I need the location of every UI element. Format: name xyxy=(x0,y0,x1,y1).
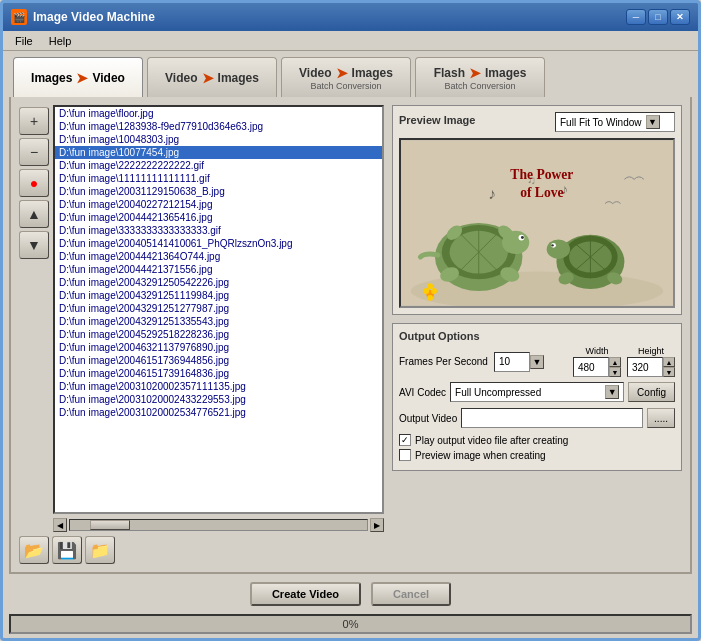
create-video-button[interactable]: Create Video xyxy=(250,582,361,606)
file-list-item[interactable]: D:\fun image\3333333333333333.gif xyxy=(55,224,382,237)
menu-help[interactable]: Help xyxy=(41,33,80,49)
tab-flash-batch[interactable]: Flash ➤ Images Batch Conversion xyxy=(415,57,545,97)
tab-video-to-images[interactable]: Video ➤ Images xyxy=(147,57,277,97)
fit-dropdown-arrow[interactable]: ▼ xyxy=(646,115,660,129)
play-output-checkbox[interactable]: ✓ xyxy=(399,434,411,446)
config-button[interactable]: Config xyxy=(628,382,675,402)
svg-text:♪: ♪ xyxy=(488,185,496,202)
width-down-btn[interactable]: ▼ xyxy=(609,367,621,377)
folder-open-button[interactable]: 📂 xyxy=(19,536,49,564)
scroll-thumb[interactable] xyxy=(90,520,130,530)
width-input[interactable] xyxy=(573,357,609,377)
record-button[interactable]: ● xyxy=(19,169,49,197)
file-list-item[interactable]: D:\fun image\20046321137976890.jpg xyxy=(55,341,382,354)
file-list-item[interactable]: D:\fun image\floor.jpg xyxy=(55,107,382,120)
cancel-button[interactable]: Cancel xyxy=(371,582,451,606)
tab-video-batch-label: Video ➤ Images xyxy=(299,65,393,81)
file-list-item[interactable]: D:\fun image\200405141410061_PhQRlzsznOn… xyxy=(55,237,382,250)
maximize-button[interactable]: □ xyxy=(648,9,668,25)
file-list-item[interactable]: D:\fun image\20044421371556.jpg xyxy=(55,263,382,276)
move-up-button[interactable]: ▲ xyxy=(19,200,49,228)
tab-fb-images-label: Images xyxy=(485,66,526,80)
fps-input[interactable] xyxy=(494,352,530,372)
scroll-left-btn[interactable]: ◀ xyxy=(53,518,67,532)
file-list-item[interactable]: D:\fun image\20043291251335543.jpg xyxy=(55,315,382,328)
add-button[interactable]: + xyxy=(19,107,49,135)
file-list-item[interactable]: D:\fun image\20045292518228236.jpg xyxy=(55,328,382,341)
height-spinners[interactable]: ▲ ▼ xyxy=(663,357,675,377)
width-control[interactable]: ▲ ▼ xyxy=(573,357,621,377)
file-list-item[interactable]: D:\fun image\20040227212154.jpg xyxy=(55,198,382,211)
codec-dropdown[interactable]: Full Uncompressed ▼ xyxy=(450,382,624,402)
file-list-item[interactable]: D:\fun image\20043291251277987.jpg xyxy=(55,302,382,315)
file-list-item[interactable]: D:\fun image\20044421364O744.jpg xyxy=(55,250,382,263)
window-controls: ─ □ ✕ xyxy=(626,9,690,25)
height-up-btn[interactable]: ▲ xyxy=(663,357,675,367)
tab-video-batch-content: Video ➤ Images Batch Conversion xyxy=(299,65,393,91)
play-output-row: ✓ Play output video file after creating xyxy=(399,434,675,446)
file-list-item[interactable]: D:\fun image\11111111111111.gif xyxy=(55,172,382,185)
browse-button[interactable]: ..... xyxy=(647,408,675,428)
bottom-actions: Create Video Cancel xyxy=(3,574,698,614)
file-list-item[interactable]: D:\fun image\20044421365416.jpg xyxy=(55,211,382,224)
fit-dropdown[interactable]: Full Fit To Window ▼ xyxy=(555,112,675,132)
tab-video-arrow: ➤ xyxy=(202,70,214,86)
svg-point-10 xyxy=(521,236,524,239)
file-list-item[interactable]: D:\fun image\20031020002357111135.jpg xyxy=(55,380,382,393)
file-list-item[interactable]: D:\fun image\20046151739164836.jpg xyxy=(55,367,382,380)
file-list-item[interactable]: D:\fun image\20043291251119984.jpg xyxy=(55,289,382,302)
horizontal-scrollbar[interactable]: ◀ ▶ xyxy=(53,518,384,532)
tab-video-batch[interactable]: Video ➤ Images Batch Conversion xyxy=(281,57,411,97)
tab-vb-images-label: Images xyxy=(352,66,393,80)
codec-dropdown-arrow[interactable]: ▼ xyxy=(605,385,619,399)
fit-mode-value: Full Fit To Window xyxy=(560,117,642,128)
fps-control[interactable]: ▼ xyxy=(494,352,544,372)
save-button[interactable]: 💾 xyxy=(52,536,82,564)
fps-dropdown-arrow[interactable]: ▼ xyxy=(530,355,544,369)
output-video-input[interactable] xyxy=(461,408,643,428)
preview-label: Preview Image xyxy=(399,114,475,126)
output-options-label: Output Options xyxy=(399,330,675,342)
width-label: Width xyxy=(585,346,608,356)
move-down-button[interactable]: ▼ xyxy=(19,231,49,259)
preview-creating-checkbox[interactable] xyxy=(399,449,411,461)
minimize-button[interactable]: ─ xyxy=(626,9,646,25)
height-control[interactable]: ▲ ▼ xyxy=(627,357,675,377)
file-list-item[interactable]: D:\fun image\20031020002534776521.jpg xyxy=(55,406,382,419)
svg-point-32 xyxy=(423,288,429,294)
codec-value: Full Uncompressed xyxy=(455,387,541,398)
menu-file[interactable]: File xyxy=(7,33,41,49)
preview-section: Preview Image Full Fit To Window ▼ xyxy=(392,105,682,315)
height-input[interactable] xyxy=(627,357,663,377)
preview-svg: ♪ ♫ ♪ The Power of Love xyxy=(401,140,673,306)
file-list-item[interactable]: D:\fun image\20046151736944856.jpg xyxy=(55,354,382,367)
tab-inner: + − ● ▲ ▼ D:\fun image\floor.jpgD:\fun i… xyxy=(11,97,690,572)
fps-size-row: Frames Per Second ▼ Width xyxy=(399,346,675,377)
tab-video-to-images-label: Video ➤ Images xyxy=(165,70,259,86)
file-list-item[interactable]: D:\fun image\10077454.jpg xyxy=(55,146,382,159)
width-up-btn[interactable]: ▲ xyxy=(609,357,621,367)
height-down-btn[interactable]: ▼ xyxy=(663,367,675,377)
tab-flash-batch-content: Flash ➤ Images Batch Conversion xyxy=(434,65,527,91)
tab-video-src-label: Video xyxy=(165,71,197,85)
file-list-item[interactable]: D:\fun image\10048303.jpg xyxy=(55,133,382,146)
height-label: Height xyxy=(638,346,664,356)
open-button[interactable]: 📁 xyxy=(85,536,115,564)
fit-dropdown-wrapper[interactable]: Full Fit To Window ▼ xyxy=(555,112,675,132)
close-button[interactable]: ✕ xyxy=(670,9,690,25)
file-list-item[interactable]: D:\fun image\20031129150638_B.jpg xyxy=(55,185,382,198)
svg-point-21 xyxy=(547,240,570,259)
file-list-item[interactable]: D:\fun image\2222222222222.gif xyxy=(55,159,382,172)
file-list-item[interactable]: D:\fun image\20031020002433229553.jpg xyxy=(55,393,382,406)
tab-images-to-video[interactable]: Images ➤ Video xyxy=(13,57,143,97)
remove-button[interactable]: − xyxy=(19,138,49,166)
svg-point-35 xyxy=(427,295,433,301)
file-list-container[interactable]: D:\fun image\floor.jpgD:\fun image\12839… xyxy=(53,105,384,514)
file-list-item[interactable]: D:\fun image\1283938-f9ed77910d364e63.jp… xyxy=(55,120,382,133)
file-list-item[interactable]: D:\fun image\20043291250542226.jpg xyxy=(55,276,382,289)
scroll-track[interactable] xyxy=(69,519,368,531)
scroll-right-btn[interactable]: ▶ xyxy=(370,518,384,532)
window-title: Image Video Machine xyxy=(33,10,626,24)
width-spinners[interactable]: ▲ ▼ xyxy=(609,357,621,377)
tab-images-arrow: ➤ xyxy=(76,70,88,86)
